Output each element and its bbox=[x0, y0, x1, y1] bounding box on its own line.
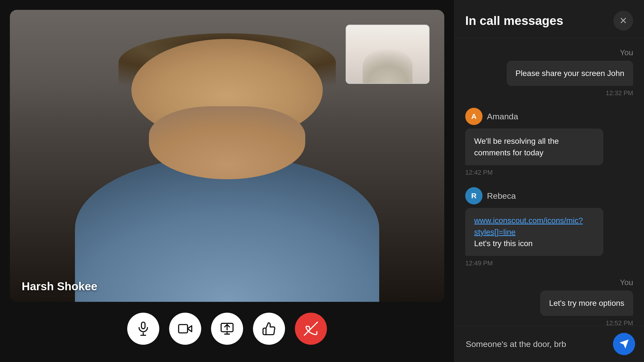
message-bubble-1: Please share your screen John bbox=[507, 61, 633, 86]
message-input[interactable] bbox=[463, 335, 608, 353]
message-group-1: You Please share your screen John 12:32 … bbox=[465, 48, 633, 97]
sender-name-rebeca: Rebeca bbox=[487, 191, 516, 201]
timestamp-4: 12:52 PM bbox=[606, 319, 633, 326]
sender-name-amanda: Amanda bbox=[487, 112, 518, 121]
mic-icon bbox=[136, 322, 150, 336]
messages-area: You Please share your screen John 12:32 … bbox=[454, 38, 644, 326]
message-link-3[interactable]: www.iconscout.com/icons/mic?styles[]=lin… bbox=[474, 216, 583, 236]
message-bubble-4: Let's try more options bbox=[540, 290, 633, 316]
message-group-2: A Amanda We'll be resolving all the comm… bbox=[465, 108, 633, 176]
video-wrapper: Harsh Shokee bbox=[10, 10, 444, 302]
svg-marker-3 bbox=[188, 326, 192, 332]
close-chat-button[interactable]: ✕ bbox=[614, 11, 633, 30]
avatar-letter-amanda: A bbox=[471, 112, 476, 120]
svg-rect-0 bbox=[142, 322, 145, 329]
chat-title: In call messages bbox=[465, 14, 563, 28]
sender-row-3: R Rebeca bbox=[465, 187, 516, 204]
message-group-3: R Rebeca www.iconscout.com/icons/mic?sty… bbox=[465, 187, 633, 267]
message-bubble-2: We'll be resolving all the comments for … bbox=[465, 128, 603, 165]
message-text-4: Let's try more options bbox=[549, 299, 624, 308]
share-icon bbox=[220, 322, 234, 336]
avatar-amanda: A bbox=[465, 108, 482, 125]
svg-rect-4 bbox=[178, 324, 188, 333]
chat-panel: In call messages ✕ You Please share your… bbox=[454, 0, 644, 362]
avatar-rebeca: R bbox=[465, 187, 482, 204]
thumbsup-icon bbox=[262, 322, 276, 336]
sender-label-1: You bbox=[620, 48, 633, 57]
message-bubble-3: www.iconscout.com/icons/mic?styles[]=lin… bbox=[465, 208, 603, 256]
send-button[interactable] bbox=[613, 333, 635, 355]
camera-icon bbox=[178, 322, 192, 336]
pip-video bbox=[346, 25, 430, 84]
participant-name-badge: Harsh Shokee bbox=[22, 280, 98, 293]
end-call-icon bbox=[304, 322, 318, 336]
message-text-1: Please share your screen John bbox=[516, 69, 624, 78]
app-container: Harsh Shokee bbox=[0, 0, 644, 362]
timestamp-1: 12:32 PM bbox=[606, 89, 633, 97]
video-section: Harsh Shokee bbox=[0, 0, 454, 362]
share-screen-button[interactable] bbox=[211, 313, 243, 345]
message-text-3: Let's try this icon bbox=[474, 239, 532, 248]
face-overlay bbox=[132, 39, 322, 141]
react-button[interactable] bbox=[253, 313, 285, 345]
timestamp-2: 12:42 PM bbox=[465, 169, 492, 176]
controls-bar bbox=[127, 302, 327, 357]
chat-header: In call messages ✕ bbox=[454, 0, 644, 38]
mic-button[interactable] bbox=[127, 313, 159, 345]
close-icon: ✕ bbox=[619, 16, 627, 26]
sender-row-2: A Amanda bbox=[465, 108, 518, 125]
input-area bbox=[454, 326, 644, 362]
end-call-button[interactable] bbox=[295, 313, 327, 345]
pip-scene bbox=[346, 25, 429, 83]
send-icon bbox=[618, 338, 630, 350]
camera-button[interactable] bbox=[169, 313, 201, 345]
message-text-2: We'll be resolving all the comments for … bbox=[474, 136, 559, 157]
sender-label-4: You bbox=[620, 278, 633, 287]
timestamp-3: 12:49 PM bbox=[465, 260, 492, 267]
avatar-letter-rebeca: R bbox=[471, 192, 476, 200]
message-group-4: You Let's try more options 12:52 PM bbox=[465, 278, 633, 326]
